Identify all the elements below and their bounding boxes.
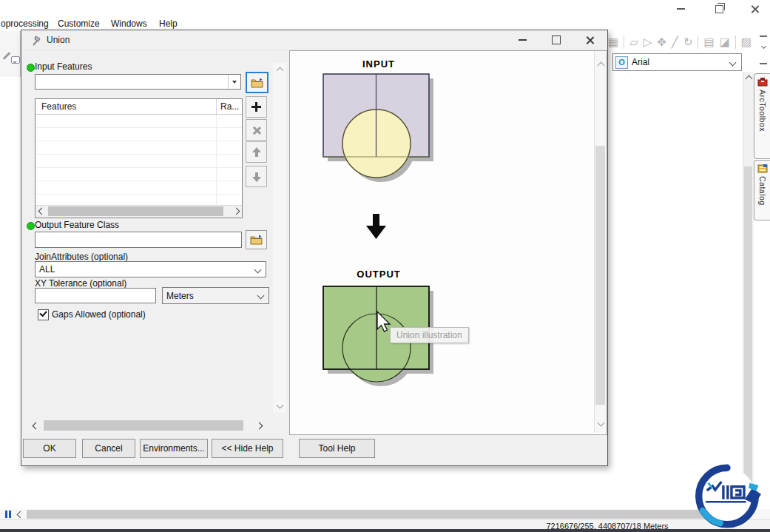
arrow-up-icon — [251, 147, 262, 158]
scroll-up-arrow[interactable] — [595, 60, 606, 71]
params-horizontal-scrollbar[interactable] — [30, 419, 264, 432]
scrollbar-thumb[interactable] — [744, 166, 752, 485]
xy-unit-value: Meters — [163, 291, 258, 301]
scrollbar-thumb[interactable] — [27, 510, 722, 519]
ellipse-tool-icon: O — [615, 56, 628, 69]
scroll-left-arrow[interactable] — [30, 420, 41, 431]
sidebar-tab-arctoolbox[interactable]: ArcToolbox — [754, 73, 770, 159]
input-features-browse-button[interactable] — [246, 72, 269, 93]
scroll-up-arrow[interactable] — [743, 73, 754, 84]
input-features-combobox[interactable] — [35, 74, 241, 90]
toolbar-separator — [698, 36, 698, 49]
scroll-down-arrow[interactable] — [274, 400, 285, 411]
toolbar-overflow-icon[interactable] — [760, 36, 767, 51]
edit-annotation-icon[interactable]: ▨ — [741, 36, 752, 49]
rotate-feature-icon[interactable]: ↻ — [683, 36, 693, 49]
required-param-dot — [27, 222, 35, 230]
toolbar-separator — [624, 36, 624, 49]
dialog-minimize-button[interactable] — [513, 33, 532, 47]
output-feature-class-field[interactable] — [35, 232, 242, 248]
help-vertical-scrollbar[interactable] — [594, 51, 607, 433]
menu-help[interactable]: Help — [159, 18, 178, 29]
move-feature-icon[interactable]: ✥ — [657, 36, 666, 49]
font-selector[interactable]: O Arial — [612, 53, 742, 71]
minimize-icon — [519, 39, 527, 41]
move-down-button[interactable] — [246, 166, 267, 187]
output-browse-button[interactable] — [246, 230, 267, 249]
dialog-maximize-button[interactable] — [547, 33, 566, 47]
join-attributes-value: ALL — [36, 264, 255, 275]
plus-icon — [251, 102, 261, 112]
features-table[interactable]: Features Ra... — [35, 98, 243, 218]
environments-button[interactable]: Environments... — [140, 439, 208, 458]
table-horizontal-scrollbar[interactable] — [36, 205, 242, 218]
xy-tolerance-field[interactable] — [35, 288, 156, 303]
scrollbar-thumb[interactable] — [44, 420, 243, 431]
join-attributes-label: JoinAttributes (optional) — [35, 252, 128, 262]
menu-customize[interactable]: Customize — [58, 18, 100, 29]
edit-vertices-icon[interactable]: ▱ — [629, 36, 638, 49]
font-selector-value: Arial — [632, 57, 730, 67]
catalog-icon — [757, 164, 768, 173]
params-vertical-scrollbar[interactable] — [273, 63, 286, 413]
tab-label: Catalog — [758, 176, 767, 206]
scrollbar-thumb[interactable] — [48, 206, 223, 216]
attributes-table-icon[interactable]: ▤ — [703, 36, 714, 49]
xy-tolerance-unit-select[interactable]: Meters — [162, 287, 269, 304]
window-restore-button[interactable] — [708, 3, 730, 15]
scroll-right-arrow[interactable] — [254, 420, 264, 431]
split-line-icon[interactable]: ╱ — [672, 36, 678, 49]
xy-tolerance-label: XY Tolerance (optional) — [35, 278, 126, 289]
add-features-button[interactable] — [246, 96, 267, 118]
join-attributes-select[interactable]: ALL — [35, 261, 266, 277]
dialog-close-button[interactable] — [581, 33, 600, 47]
output-feature-class-input[interactable] — [36, 232, 241, 247]
menu-windows[interactable]: Windows — [111, 18, 147, 29]
tool-help-button[interactable]: Tool Help — [299, 439, 375, 458]
close-icon — [586, 36, 595, 44]
hide-help-button[interactable]: << Hide Help — [212, 439, 283, 458]
dialog-title: Union — [47, 35, 70, 45]
arrow-down-icon — [251, 172, 262, 182]
reshape-feature-icon[interactable]: ▷ — [644, 36, 652, 49]
arcmap-window: oprocessing Customize Windows Help ▦ ▱ ▷… — [0, 0, 770, 532]
window-minimize-button[interactable] — [669, 3, 692, 15]
scrollbar-thumb[interactable] — [595, 146, 605, 405]
window-close-button[interactable] — [744, 3, 766, 15]
input-features-label: Input Features — [35, 61, 92, 72]
close-icon — [751, 4, 760, 13]
help-panel: INPUT OUTPUT — [289, 50, 607, 435]
column-header-ranks[interactable]: Ra... — [220, 101, 239, 112]
ok-button[interactable]: OK — [23, 439, 76, 458]
map-horizontal-scrollbar[interactable] — [0, 509, 770, 519]
scroll-right-arrow[interactable] — [230, 206, 242, 217]
remove-features-button[interactable] — [246, 119, 267, 141]
column-header-features[interactable]: Features — [41, 101, 76, 112]
output-illustration-title: OUTPUT — [334, 269, 423, 280]
gaps-allowed-checkbox[interactable] — [38, 309, 49, 320]
move-up-button[interactable] — [246, 141, 267, 163]
window-bottom-edge — [0, 529, 770, 532]
column-divider[interactable] — [216, 99, 217, 114]
scroll-left-arrow[interactable] — [15, 509, 25, 520]
scroll-left-arrow[interactable] — [36, 206, 47, 217]
down-arrow-icon — [364, 212, 389, 242]
snapping-grid-icon[interactable]: ▦ — [608, 36, 618, 49]
pause-icon[interactable] — [4, 511, 13, 518]
dialog-titlebar[interactable]: Union — [21, 30, 607, 50]
combo-dropdown-button[interactable] — [228, 75, 240, 89]
open-folder-icon — [251, 78, 264, 88]
cancel-button[interactable]: Cancel — [82, 439, 135, 458]
map-vertical-scrollbar[interactable] — [743, 72, 754, 509]
remove-x-icon — [252, 126, 261, 135]
pencil-tool-icon[interactable] — [3, 52, 11, 60]
table-rows-empty[interactable] — [36, 115, 242, 205]
sidebar-tab-catalog[interactable]: Catalog — [754, 160, 770, 220]
menu-geoprocessing[interactable]: oprocessing — [1, 18, 49, 29]
scroll-up-arrow[interactable] — [274, 65, 285, 76]
sketch-properties-icon[interactable]: ◪ — [720, 36, 730, 49]
identify-tool-icon[interactable] — [11, 56, 20, 64]
xy-tolerance-input[interactable] — [36, 289, 155, 303]
chevron-down-icon — [257, 292, 265, 300]
scroll-down-arrow[interactable] — [595, 417, 606, 428]
